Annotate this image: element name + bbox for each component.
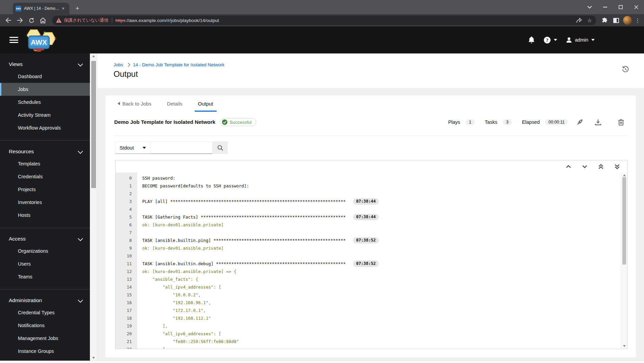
scroll-up-arrow-icon[interactable] xyxy=(90,53,97,59)
tab-search-icon[interactable] xyxy=(582,0,597,14)
user-menu[interactable]: admin xyxy=(566,37,595,43)
reload-icon[interactable] xyxy=(26,15,37,25)
console-scrollbar[interactable] xyxy=(621,173,627,349)
sidebar-item-hosts[interactable]: Hosts xyxy=(0,209,90,222)
scroll-previous-icon[interactable] xyxy=(560,161,576,172)
console-line[interactable]: 2 xyxy=(116,190,621,198)
sidebar-item-jobs[interactable]: Jobs xyxy=(0,83,90,96)
awx-logo[interactable]: AWX xyxy=(21,28,61,52)
console-line[interactable]: 16 "192.168.96.1", xyxy=(116,299,621,307)
forward-icon[interactable] xyxy=(14,15,26,25)
relaunch-rocket-icon[interactable] xyxy=(573,117,586,127)
window-minimize-button[interactable] xyxy=(597,0,613,14)
console-line[interactable]: 5TASK [Gathering Facts] ****************… xyxy=(116,213,621,221)
history-icon[interactable] xyxy=(621,65,630,74)
console-line[interactable]: 4 xyxy=(116,205,621,213)
breadcrumb-link[interactable]: 14 - Demo Job Template for Isolated Netw… xyxy=(133,62,225,67)
side-panel-icon[interactable] xyxy=(610,15,622,25)
scroll-down-arrow-icon[interactable] xyxy=(90,355,97,361)
console-line[interactable]: 11TASK [ansible.builtin.debug] *********… xyxy=(116,260,621,268)
new-tab-button[interactable]: + xyxy=(73,4,82,13)
console-line[interactable]: 0SSH password: xyxy=(116,174,621,182)
console-line[interactable]: 9ok: [kuro-dev01.ansible.private] xyxy=(116,244,621,252)
window-maximize-button[interactable] xyxy=(613,0,628,14)
stdout-filter-select[interactable]: Stdout xyxy=(115,141,150,154)
tab-details[interactable]: Details xyxy=(164,95,186,112)
sidebar-item-credentials[interactable]: Credentials xyxy=(0,170,90,183)
console-line[interactable]: 13 "ansible_facts": { xyxy=(116,275,621,283)
download-icon[interactable] xyxy=(592,117,604,127)
help-menu[interactable]: ? xyxy=(544,37,557,44)
back-icon[interactable] xyxy=(3,15,14,25)
browser-menu-kebab-icon[interactable]: ⋮ xyxy=(633,17,642,24)
sidebar-item-workflow-approvals[interactable]: Workflow Approvals xyxy=(0,121,90,134)
console-line[interactable]: 14 "all_ipv4_addresses": [ xyxy=(116,283,621,291)
nav-group-title[interactable]: Administration xyxy=(0,295,90,306)
console-line[interactable]: 12ok: [kuro-dev01.ansible.private] => { xyxy=(116,268,621,275)
console-line[interactable]: 6ok: [kuro-dev01.ansible.private] xyxy=(116,221,621,229)
job-output-console[interactable]: 0SSH password:1BECOME password[defaults … xyxy=(116,173,621,349)
home-icon[interactable] xyxy=(37,15,49,25)
delete-trash-icon[interactable] xyxy=(615,117,627,127)
window-close-button[interactable] xyxy=(628,0,644,14)
sidebar-item-teams[interactable]: Teams xyxy=(0,270,90,283)
sidebar-item-dashboard[interactable]: Dashboard xyxy=(0,70,90,83)
console-line[interactable]: 10 xyxy=(116,252,621,260)
not-secure-warning-icon[interactable] xyxy=(56,18,61,23)
notifications-bell-icon[interactable] xyxy=(528,36,535,44)
tab-close-icon[interactable]: × xyxy=(62,6,65,11)
console-line[interactable]: 21 "fe80::250:56ff:fe86:88d8" xyxy=(116,338,621,345)
console-scroll-down-icon[interactable] xyxy=(621,343,627,349)
search-input[interactable] xyxy=(150,141,213,154)
tab-back-to-jobs[interactable]: Back to Jobs xyxy=(114,95,155,112)
tab-back-label: Back to Jobs xyxy=(122,101,151,107)
extensions-icon[interactable] xyxy=(599,15,610,25)
sidebar-item-projects[interactable]: Projects xyxy=(0,183,90,196)
tab-output[interactable]: Output xyxy=(195,95,217,112)
console-line[interactable]: 17 "172.17.0.1", xyxy=(116,307,621,314)
sidebar-item-instance-groups[interactable]: Instance Groups xyxy=(0,345,90,358)
console-line[interactable]: 3PLAY [all] ****************************… xyxy=(116,198,621,205)
help-question-icon[interactable]: ? xyxy=(544,37,551,44)
console-line[interactable]: 22 ] xyxy=(116,345,621,349)
browser-tab[interactable]: AWX AWX | 14 - Demo Job Template f × xyxy=(13,3,69,14)
console-line[interactable]: 18 "192.168.112.1" xyxy=(116,314,621,322)
timestamp-badge: 07:38:52 xyxy=(353,260,379,267)
line-number: 15 xyxy=(116,291,137,299)
nav-toggle-hamburger-icon[interactable] xyxy=(9,37,18,43)
search-button[interactable] xyxy=(213,141,228,154)
console-line[interactable]: 8TASK [ansible.builtin.ping] ***********… xyxy=(116,236,621,244)
nav-group-title[interactable]: Resources xyxy=(0,146,90,157)
sidebar-item-credential-types[interactable]: Credential Types xyxy=(0,306,90,319)
share-icon[interactable] xyxy=(576,18,582,23)
status-badge[interactable]: Successful xyxy=(220,118,256,126)
nav-group-title[interactable]: Access xyxy=(0,233,90,245)
scroll-top-icon[interactable] xyxy=(593,161,609,172)
sidebar-item-schedules[interactable]: Schedules xyxy=(0,96,90,109)
sidebar-item-organizations[interactable]: Organizations xyxy=(0,245,90,257)
sidebar-item-inventories[interactable]: Inventories xyxy=(0,196,90,209)
page-scrollbar-thumb[interactable] xyxy=(91,61,96,188)
console-line[interactable]: 7 xyxy=(116,229,621,236)
breadcrumb-link[interactable]: Jobs xyxy=(114,62,123,67)
console-scrollbar-thumb[interactable] xyxy=(622,177,626,265)
sidebar-item-notifications[interactable]: Notifications xyxy=(0,319,90,332)
scroll-next-icon[interactable] xyxy=(576,161,593,172)
page-scrollbar[interactable] xyxy=(90,53,97,361)
sidebar-item-activity-stream[interactable]: Activity Stream xyxy=(0,109,90,121)
sidebar-item-management-jobs[interactable]: Management Jobs xyxy=(0,332,90,345)
line-number: 9 xyxy=(116,244,137,252)
console-line[interactable]: 20 "all_ipv6_addresses": [ xyxy=(116,330,621,338)
scroll-bottom-icon[interactable] xyxy=(609,161,625,172)
sidebar-item-users[interactable]: Users xyxy=(0,257,90,270)
address-bar[interactable]: 保護されていない通信 https ://awx.example.com/#/jo… xyxy=(52,16,596,25)
sidebar-item-templates[interactable]: Templates xyxy=(0,157,90,170)
profile-avatar[interactable] xyxy=(622,15,633,25)
console-line[interactable]: 19 ], xyxy=(116,322,621,330)
not-secure-label[interactable]: 保護されていない通信 xyxy=(64,17,108,23)
bookmark-star-icon[interactable]: ☆ xyxy=(587,17,592,24)
console-line[interactable]: 1BECOME password[defaults to SSH passwor… xyxy=(116,182,621,190)
console-line[interactable]: 15 "10.0.0.2", xyxy=(116,291,621,299)
horizontal-scrollbar-track[interactable] xyxy=(0,361,644,363)
nav-group-title[interactable]: Views xyxy=(0,59,90,70)
